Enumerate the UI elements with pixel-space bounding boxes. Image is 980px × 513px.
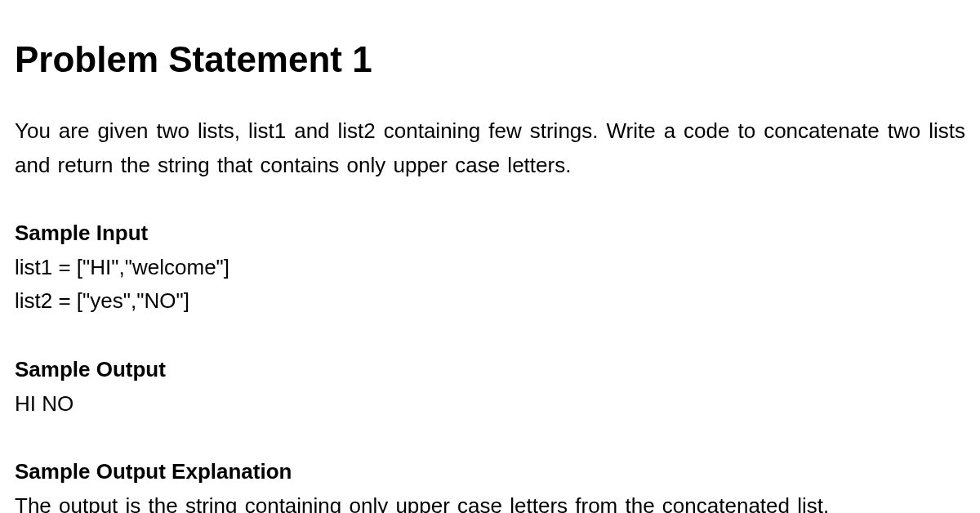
sample-input-line-2: list2 = ["yes","NO"] (15, 284, 965, 319)
sample-output-value: HI NO (15, 387, 965, 422)
sample-output-explanation-text: The output is the string containing only… (15, 489, 965, 513)
problem-description: You are given two lists, list1 and list2… (15, 114, 965, 182)
sample-output-explanation-section: Sample Output Explanation The output is … (15, 455, 965, 513)
sample-input-section: Sample Input list1 = ["HI","welcome"] li… (15, 216, 965, 319)
sample-input-heading: Sample Input (15, 216, 965, 251)
sample-output-section: Sample Output HI NO (15, 353, 965, 421)
problem-title: Problem Statement 1 (15, 39, 965, 80)
sample-output-explanation-heading: Sample Output Explanation (15, 455, 965, 489)
sample-output-heading: Sample Output (15, 353, 965, 387)
sample-input-line-1: list1 = ["HI","welcome"] (15, 251, 965, 285)
